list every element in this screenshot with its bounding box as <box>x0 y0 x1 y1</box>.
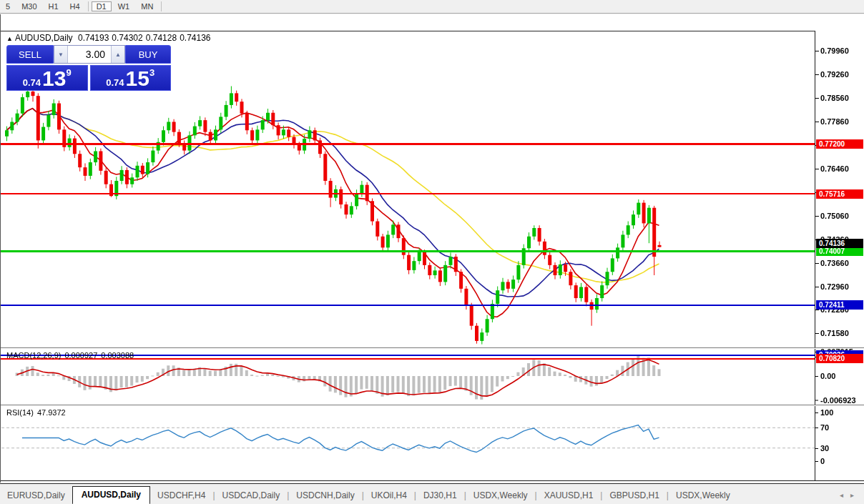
tab-usdx-weekly[interactable]: USDX,Weekly <box>466 488 535 504</box>
timeframe-mn[interactable]: MN <box>136 1 158 11</box>
toolbar-separator <box>88 1 89 11</box>
tab-ukoil-h4[interactable]: UKOil,H4 <box>364 488 414 504</box>
mt4-terminal: 5M30H1H4D1W1MN 0.772000.757160.740070.72… <box>0 0 864 504</box>
chart-symbol-label: AUDUSD,Daily <box>15 33 73 43</box>
volume-increase-icon[interactable]: ▲ <box>111 46 124 63</box>
price-tick-label: 0.73660 <box>820 259 849 267</box>
toolbar-separator <box>161 1 162 11</box>
chart-ohlc-info: ▲AUDUSD,Daily 0.741930.743020.741280.741… <box>6 33 214 43</box>
plot-top-border <box>1 31 815 31</box>
macd-axis-label: -0.006923 <box>820 396 856 405</box>
date-axis-divider <box>1 480 864 481</box>
sell-price-pip: 9 <box>66 67 71 78</box>
collapse-icon[interactable]: ▲ <box>6 35 13 42</box>
macd-name: MACD(12,26,9) <box>6 351 61 360</box>
rsi-axis-label: 30 <box>820 444 829 453</box>
tab-usdcad-daily[interactable]: USDCAD,Daily <box>215 488 288 504</box>
tab-xauusd-h1[interactable]: XAUUSD,H1 <box>537 488 601 504</box>
volume-input[interactable]: 3.00 <box>68 46 111 63</box>
ohlc-open: 0.74193 <box>78 33 109 43</box>
timeframe-m30[interactable]: M30 <box>16 1 41 11</box>
macd-signal-value: 0.003088 <box>101 351 134 360</box>
price-tick-label: 0.77860 <box>820 117 849 126</box>
ohlc-low: 0.74128 <box>146 33 177 43</box>
price-tick-label: 0.75060 <box>820 212 849 220</box>
ohlc-close: 0.74136 <box>180 33 210 43</box>
buy-price-pip: 3 <box>149 67 154 78</box>
tab-scroll-right-icon[interactable]: ▸ <box>850 491 854 499</box>
tab-usdchf-h4[interactable]: USDCHF,H4 <box>150 488 212 504</box>
tab-audusd-daily[interactable]: AUDUSD,Daily <box>72 486 150 504</box>
one-click-trade-widget: SELL ▼ 3.00 ▲ BUY 0.74 13 9 0.74 15 3 <box>6 45 171 91</box>
level-price-label: 0.75716 <box>816 189 863 199</box>
rsi-panel-divider[interactable] <box>1 405 864 406</box>
macd-axis-label: 0.00 <box>820 372 835 380</box>
rsi-axis-label: 100 <box>820 408 833 417</box>
level-line-0.77200[interactable] <box>1 143 815 145</box>
price-tick-label: 0.71580 <box>820 329 849 337</box>
price-tick-label: 0.78560 <box>820 94 849 102</box>
tab-dj30-h1[interactable]: DJ30,H1 <box>416 488 464 504</box>
current-price-label: 0.74136 <box>816 239 863 248</box>
tab-scroll-controls: ◂▸ <box>840 491 864 504</box>
tab-usdcnh-daily[interactable]: USDCNH,Daily <box>289 488 361 504</box>
price-tick-label: 0.76460 <box>820 164 849 173</box>
sell-price-display[interactable]: 0.74 13 9 <box>6 65 88 91</box>
macd-value: 0.000927 <box>64 351 97 360</box>
level-line-0.72411[interactable] <box>1 305 815 306</box>
macd-panel-divider[interactable] <box>1 347 864 349</box>
tab-eurusd-daily[interactable]: EURUSD,Daily <box>0 488 72 504</box>
timeframe-5[interactable]: 5 <box>1 1 15 11</box>
chart-window-audusd: 0.772000.757160.740070.724110.709260.708… <box>0 14 864 483</box>
rsi-value: 47.9372 <box>37 408 66 417</box>
tab-usdx-weekly[interactable]: USDX,Weekly <box>669 488 737 504</box>
level-price-label: 0.74007 <box>816 247 863 256</box>
timeframe-d1[interactable]: D1 <box>92 1 112 11</box>
volume-control: ▼ 3.00 ▲ <box>54 45 125 64</box>
level-line-0.75716[interactable] <box>1 193 815 194</box>
level-line-0.74007[interactable] <box>1 250 815 252</box>
buy-price-prefix: 0.74 <box>106 77 124 88</box>
sell-button[interactable]: SELL <box>6 45 54 64</box>
level-price-label: 0.77200 <box>816 139 863 149</box>
tab-gbpusd-h1[interactable]: GBPUSD,H1 <box>602 488 666 504</box>
rsi-axis-label: 70 <box>820 423 829 432</box>
buy-price-big: 15 <box>126 69 149 88</box>
timeframe-h4[interactable]: H4 <box>65 1 85 11</box>
level-price-label: 0.72411 <box>816 300 863 310</box>
tab-scroll-left-icon[interactable]: ◂ <box>840 491 843 499</box>
chart-tab-bar: EURUSD,DailyAUDUSD,DailyUSDCHF,H4|USDCAD… <box>0 483 864 504</box>
sell-price-prefix: 0.74 <box>23 77 41 88</box>
sell-price-big: 13 <box>42 69 66 88</box>
timeframe-toolbar: 5M30H1H4D1W1MN <box>0 0 864 14</box>
buy-price-display[interactable]: 0.74 15 3 <box>90 65 172 91</box>
rsi-name: RSI(14) <box>6 408 34 417</box>
timeframe-h1[interactable]: H1 <box>44 1 64 11</box>
buy-button[interactable]: BUY <box>125 45 171 64</box>
rsi-axis-label: 0 <box>820 457 825 465</box>
price-tick-label: 0.79960 <box>820 46 849 55</box>
volume-decrease-icon[interactable]: ▼ <box>54 46 68 63</box>
macd-indicator-label: MACD(12,26,9)0.0009270.003088 <box>6 351 137 360</box>
price-tick-label: 0.72960 <box>820 282 849 291</box>
timeframe-w1[interactable]: W1 <box>113 1 135 11</box>
rsi-indicator-label: RSI(14)47.9372 <box>6 408 69 417</box>
ohlc-high: 0.74302 <box>112 33 142 43</box>
price-axis-divider <box>815 31 815 480</box>
price-tick-label: 0.79260 <box>820 70 849 79</box>
level-price-label: 0.70820 <box>816 354 863 363</box>
